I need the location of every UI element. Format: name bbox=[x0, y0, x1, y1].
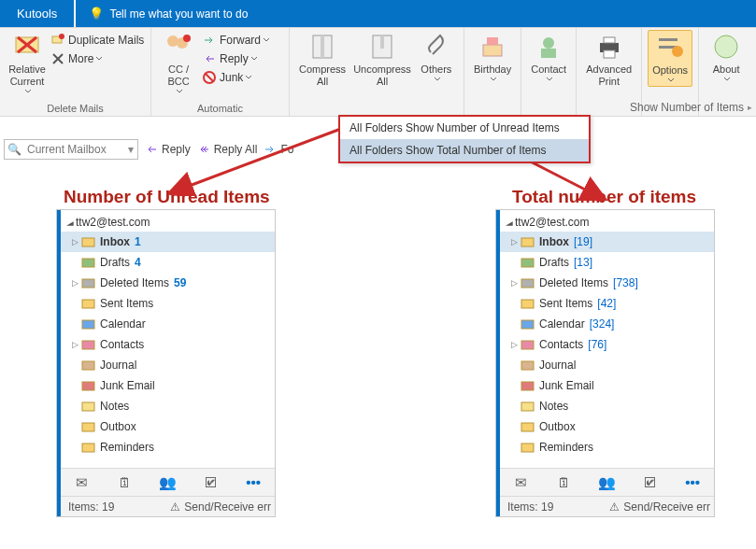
people-icon[interactable]: 👥 bbox=[158, 473, 177, 492]
expand-caret-icon[interactable]: ▷ bbox=[70, 278, 79, 288]
menu-unread-items[interactable]: All Folders Show Number of Unread Items bbox=[340, 117, 589, 139]
uncompress-all-button[interactable]: Uncompress All bbox=[349, 30, 415, 90]
folder-item[interactable]: Journal bbox=[61, 355, 275, 375]
show-number-of-items-label[interactable]: Show Number of Items▸ bbox=[630, 101, 752, 114]
folder-item[interactable]: Journal bbox=[500, 355, 714, 375]
tell-me[interactable]: 💡 Tell me what you want to do bbox=[76, 0, 756, 27]
folder-item[interactable]: Outbox bbox=[61, 416, 275, 437]
quick-reply-all-button[interactable]: Reply All bbox=[196, 142, 258, 157]
svg-rect-13 bbox=[321, 35, 324, 58]
ribbon-group-birthday: Birthday bbox=[464, 28, 521, 116]
folder-item[interactable]: Reminders bbox=[61, 437, 275, 458]
folder-icon bbox=[521, 378, 535, 393]
folder-name: Contacts bbox=[539, 338, 583, 351]
group-label-delete: Delete Mails bbox=[6, 102, 145, 116]
folder-name: Journal bbox=[100, 359, 136, 372]
warning-icon: ⚠ bbox=[609, 500, 620, 514]
folder-name: Journal bbox=[539, 359, 576, 372]
compress-all-button[interactable]: Compress All bbox=[295, 30, 349, 90]
svg-rect-46 bbox=[521, 361, 534, 370]
birthday-button[interactable]: Birthday bbox=[470, 30, 515, 85]
tasks-icon[interactable]: 🗹 bbox=[640, 473, 659, 492]
folder-item[interactable]: Reminders bbox=[500, 437, 714, 458]
folder-item[interactable]: ▷Deleted Items[738] bbox=[500, 273, 714, 293]
about-button[interactable]: About bbox=[705, 30, 748, 85]
people-icon[interactable]: 👥 bbox=[597, 473, 616, 492]
folder-item[interactable]: ▷Contacts[76] bbox=[500, 334, 714, 355]
reply-button[interactable]: Reply bbox=[200, 50, 272, 67]
forward-button[interactable]: Forward bbox=[200, 32, 272, 49]
folder-item[interactable]: ▷Inbox1 bbox=[61, 232, 275, 252]
triangle-right-icon: ▸ bbox=[748, 103, 752, 112]
junk-button[interactable]: Junk bbox=[200, 69, 272, 86]
duplicate-mails-button[interactable]: Duplicate Mails bbox=[49, 32, 146, 49]
folder-icon bbox=[81, 419, 96, 434]
calendar-icon[interactable]: 🗓 bbox=[116, 473, 135, 492]
contact-icon bbox=[534, 32, 563, 62]
folder-item[interactable]: Calendar bbox=[61, 314, 275, 334]
folder-name: Notes bbox=[100, 400, 129, 413]
search-scope: Current Mailbox bbox=[23, 143, 124, 156]
folder-item[interactable]: Junk Email bbox=[61, 375, 275, 396]
chevron-down-icon[interactable]: ▾ bbox=[124, 143, 137, 156]
folder-item[interactable]: Drafts[13] bbox=[500, 252, 714, 273]
search-box[interactable]: 🔍 Current Mailbox ▾ bbox=[4, 139, 138, 160]
account-header[interactable]: ◢ttw2@test.com bbox=[61, 210, 275, 232]
expand-caret-icon[interactable]: ▷ bbox=[509, 278, 519, 288]
folder-count: 59 bbox=[174, 276, 186, 289]
folder-list: ▷Inbox[19]Drafts[13]▷Deleted Items[738]S… bbox=[500, 232, 714, 468]
svg-rect-30 bbox=[82, 259, 94, 267]
chevron-down-icon bbox=[95, 55, 103, 63]
others-button[interactable]: Others bbox=[415, 30, 458, 85]
folder-item[interactable]: Outbox bbox=[500, 416, 714, 437]
more-button[interactable]: More bbox=[49, 50, 146, 67]
folder-item[interactable]: Drafts4 bbox=[61, 252, 275, 273]
expand-caret-icon[interactable]: ▷ bbox=[70, 237, 79, 246]
folder-icon bbox=[81, 358, 96, 373]
folder-item[interactable]: ▷Inbox[19] bbox=[500, 232, 714, 252]
reply-all-icon bbox=[196, 142, 211, 157]
more-nav-icon[interactable]: ••• bbox=[683, 473, 702, 492]
folder-name: Reminders bbox=[539, 441, 593, 454]
x-icon bbox=[50, 51, 65, 66]
mail-icon[interactable]: ✉ bbox=[73, 473, 92, 492]
expand-caret-icon[interactable]: ▷ bbox=[509, 340, 519, 349]
cc-bcc-button[interactable]: CC / BCC bbox=[157, 30, 200, 97]
quick-reply-button[interactable]: Reply bbox=[144, 142, 191, 157]
cc-bcc-label: CC / BCC bbox=[167, 63, 189, 88]
calendar-icon[interactable]: 🗓 bbox=[555, 473, 574, 492]
relative-current-button[interactable]: Relative Current bbox=[6, 30, 49, 97]
more-nav-icon[interactable]: ••• bbox=[244, 473, 263, 492]
folder-pane-total: ◢ttw2@test.com ▷Inbox[19]Drafts[13]▷Dele… bbox=[495, 209, 715, 517]
svg-rect-35 bbox=[82, 361, 94, 370]
quick-forward-button[interactable]: Fo bbox=[263, 142, 293, 157]
account-header[interactable]: ◢ttw2@test.com bbox=[500, 210, 714, 232]
folder-item[interactable]: Notes bbox=[500, 396, 714, 416]
folder-count: [76] bbox=[588, 338, 606, 351]
expand-caret-icon[interactable]: ▷ bbox=[70, 340, 79, 349]
folder-item[interactable]: Calendar[324] bbox=[500, 314, 714, 334]
folder-item[interactable]: ▷Deleted Items59 bbox=[61, 273, 275, 293]
svg-rect-50 bbox=[521, 443, 534, 452]
advanced-print-button[interactable]: Advanced Print bbox=[582, 30, 635, 90]
ribbon-group-compress: Compress All Uncompress All Others bbox=[290, 28, 464, 116]
menu-total-items[interactable]: All Folders Show Total Number of Items bbox=[340, 139, 589, 162]
contact-button[interactable]: Contact bbox=[527, 30, 570, 85]
svg-point-25 bbox=[672, 46, 683, 57]
forward-icon bbox=[263, 142, 278, 157]
folder-item[interactable]: Notes bbox=[61, 396, 275, 416]
folder-item[interactable]: Sent Items[42] bbox=[500, 293, 714, 314]
folder-item[interactable]: Sent Items bbox=[61, 293, 275, 314]
folder-item[interactable]: ▷Contacts bbox=[61, 334, 275, 355]
nav-bar: ✉ 🗓 👥 🗹 ••• bbox=[61, 468, 275, 496]
svg-rect-16 bbox=[483, 45, 502, 56]
folder-item[interactable]: Junk Email bbox=[500, 375, 714, 396]
options-button[interactable]: Options bbox=[648, 30, 692, 87]
expand-caret-icon[interactable]: ▷ bbox=[509, 237, 519, 246]
svg-rect-15 bbox=[380, 35, 384, 49]
forward-label: Forward bbox=[220, 34, 261, 47]
folder-count: [19] bbox=[574, 235, 592, 248]
tasks-icon[interactable]: 🗹 bbox=[201, 473, 220, 492]
mail-icon[interactable]: ✉ bbox=[512, 473, 531, 492]
tab-kutools[interactable]: Kutools bbox=[0, 0, 74, 27]
